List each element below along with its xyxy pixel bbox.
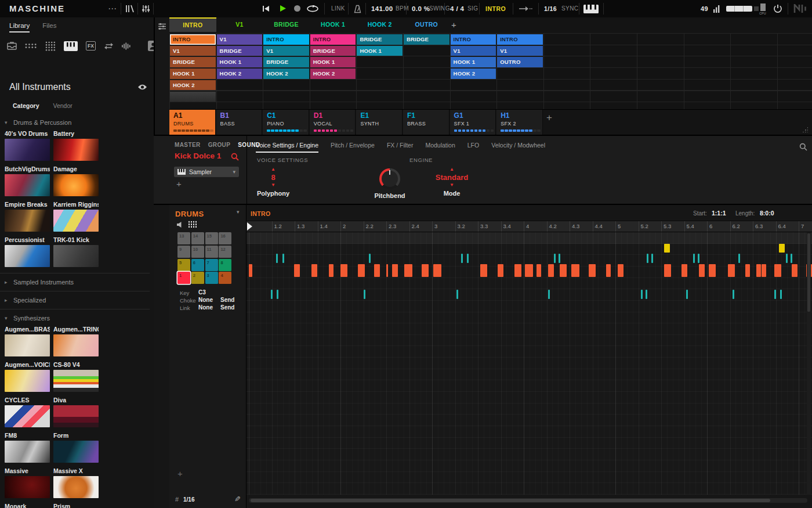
current-section-display[interactable]: INTRO — [485, 0, 506, 17]
pattern-cell[interactable]: HOOK 1 — [357, 46, 403, 56]
note-event[interactable] — [792, 264, 798, 277]
section-header-2[interactable]: ▸Specialized — [0, 293, 150, 308]
pencil-icon[interactable]: ✎ — [234, 495, 241, 503]
scene-tab-hook2[interactable]: HOOK 2 — [356, 17, 403, 32]
note-event[interactable] — [374, 264, 380, 277]
library-item[interactable]: Augmen...VOICES — [5, 361, 50, 392]
pad-5[interactable]: 5 — [177, 259, 190, 271]
pattern-cell[interactable]: HOOK 2 — [170, 80, 216, 91]
library-item[interactable]: Massive — [5, 467, 50, 498]
note-event[interactable] — [282, 254, 284, 263]
pattern-name[interactable]: INTRO — [251, 210, 271, 217]
note-event[interactable] — [329, 264, 334, 277]
signature-value[interactable]: 4 / 4 — [450, 0, 464, 17]
note-event[interactable] — [404, 264, 412, 277]
link-value[interactable]: None — [198, 304, 213, 311]
note-event[interactable] — [249, 264, 252, 277]
note-event[interactable] — [664, 244, 670, 253]
note-event[interactable] — [738, 254, 740, 263]
library-item[interactable]: Karriem Riggins — [53, 201, 99, 232]
pattern-cell[interactable]: V1 — [451, 46, 496, 56]
group-tile-e1[interactable]: E1SYNTH — [356, 110, 403, 135]
vertical-scrollbar[interactable] — [807, 232, 811, 495]
swing-value[interactable]: 0.0 % — [412, 0, 430, 17]
library-item[interactable]: Massive X — [53, 467, 99, 498]
browser-toggle-icon[interactable] — [125, 5, 135, 13]
pattern-cell[interactable]: BRIDGE — [263, 57, 309, 67]
link-button[interactable]: LINK — [331, 0, 345, 17]
pattern-cell[interactable]: INTRO — [451, 34, 496, 45]
scene-tab-hook1[interactable]: HOOK 1 — [310, 17, 357, 32]
loops-icon[interactable] — [104, 42, 114, 50]
note-event[interactable] — [554, 254, 556, 263]
pad-1[interactable]: 1 — [177, 272, 190, 284]
play-button[interactable] — [279, 5, 287, 12]
pattern-cell[interactable]: BRIDGE — [217, 46, 263, 56]
metronome-icon[interactable] — [354, 5, 361, 13]
page-search-icon[interactable] — [799, 143, 807, 151]
groups-icon[interactable] — [45, 41, 56, 51]
plugin-slot-dropdown[interactable]: Sampler ▾ — [174, 167, 239, 177]
note-event[interactable] — [480, 264, 487, 277]
page-tab[interactable]: Voice Settings / Engine — [256, 142, 318, 153]
scene-tab-v1[interactable]: V1 — [216, 17, 263, 32]
note-event[interactable] — [647, 254, 648, 263]
pattern-cell[interactable]: BRIDGE — [404, 34, 449, 45]
note-event[interactable] — [536, 264, 541, 277]
pattern-cell[interactable]: BRIDGE — [357, 34, 403, 45]
pattern-cell[interactable]: HOOK 2 — [263, 69, 309, 79]
section-header-3[interactable]: ▾Synthesizers — [0, 311, 150, 326]
group-tile-f1[interactable]: F1BRASS — [403, 110, 449, 135]
note-event[interactable] — [618, 264, 624, 277]
pad-16[interactable]: 16 — [219, 232, 231, 244]
note-event[interactable] — [456, 290, 458, 299]
group-tile-d1[interactable]: D1VOCAL — [310, 110, 356, 135]
pad-4[interactable]: 4 — [219, 272, 231, 284]
note-event[interactable] — [745, 264, 750, 277]
group-tile-b1[interactable]: B1BASS — [216, 110, 263, 135]
note-event[interactable] — [780, 290, 782, 299]
power-icon[interactable] — [773, 4, 782, 13]
scene-tab-intro[interactable]: INTRO — [169, 17, 216, 32]
pattern-cell[interactable]: V1 — [217, 34, 263, 45]
pad-11[interactable]: 11 — [205, 246, 218, 258]
note-event[interactable] — [276, 254, 278, 263]
note-event[interactable] — [756, 264, 761, 277]
group-caret-icon[interactable]: ▾ — [237, 209, 240, 215]
pad-10[interactable]: 10 — [191, 246, 204, 258]
pad-6[interactable]: 6 — [191, 259, 204, 271]
library-item[interactable]: Prism — [53, 503, 99, 508]
pattern-cell[interactable]: HOOK 1 — [217, 57, 263, 67]
polyphony-down-icon[interactable]: ▼ — [256, 183, 291, 188]
library-item[interactable]: TRK-01 Kick — [53, 236, 99, 267]
note-event[interactable] — [548, 290, 550, 299]
sound-name[interactable]: Kick Dolce 1 — [175, 152, 221, 160]
pattern-cell[interactable]: INTRO — [497, 34, 543, 45]
mode-value[interactable]: Standard — [429, 173, 475, 182]
choke-send[interactable]: Send — [220, 297, 234, 303]
page-tab[interactable]: LFO — [467, 142, 479, 153]
pad-14[interactable]: 14 — [191, 232, 204, 244]
polyphony-value[interactable]: 8 — [256, 173, 291, 182]
start-value[interactable]: 1:1:1 — [712, 210, 726, 217]
add-sound-button[interactable]: + — [177, 469, 183, 478]
pad-view-icon[interactable] — [188, 221, 197, 228]
pad-9[interactable]: 9 — [177, 246, 190, 258]
pad-8[interactable]: 8 — [219, 259, 231, 271]
pattern-cell[interactable]: INTRO — [310, 34, 356, 45]
note-event[interactable] — [682, 264, 687, 277]
polyphony-up-icon[interactable]: ▲ — [256, 167, 291, 172]
library-item[interactable]: Diva — [53, 397, 99, 427]
page-tab[interactable]: Velocity / Modwheel — [491, 142, 545, 153]
scene-tab-outro[interactable]: OUTRO — [403, 17, 450, 32]
library-item[interactable]: CYCLES — [5, 397, 50, 427]
note-event[interactable] — [277, 290, 278, 299]
quantize-value[interactable]: 1/16 — [544, 0, 557, 17]
record-button[interactable] — [293, 5, 301, 12]
note-event[interactable] — [786, 254, 788, 263]
note-event[interactable] — [664, 264, 671, 277]
pattern-cell[interactable]: HOOK 1 — [451, 57, 496, 67]
note-event[interactable] — [693, 254, 695, 263]
horizontal-scrollbar-thumb[interactable] — [251, 499, 770, 502]
tempo-value[interactable]: 141.00 — [371, 0, 393, 17]
